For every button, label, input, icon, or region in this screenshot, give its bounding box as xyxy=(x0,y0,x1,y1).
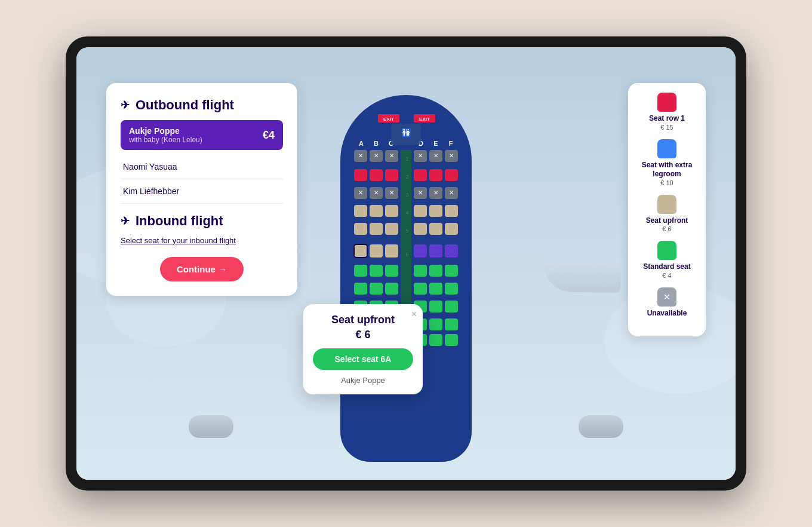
svg-text:✕: ✕ xyxy=(418,152,423,159)
legend-label-standard: Standard seat xyxy=(643,262,690,272)
svg-rect-87 xyxy=(445,318,458,330)
svg-rect-32 xyxy=(429,169,442,181)
passenger-row-3[interactable]: Kim Liefhebber xyxy=(121,179,283,204)
legend-unavailable: ✕ Unavailable xyxy=(635,287,699,318)
svg-rect-31 xyxy=(414,169,427,181)
svg-rect-60 xyxy=(385,244,398,258)
svg-rect-58 xyxy=(354,244,367,258)
inbound-flight-link[interactable]: Select seat for your inbound flight xyxy=(121,236,283,245)
svg-text:✕: ✕ xyxy=(449,189,454,196)
tablet-frame: EXIT EXIT A B C D E F 1 2 3 4 5 6 ✕ ✕ ✕ xyxy=(66,36,746,491)
select-seat-button[interactable]: Select seat 6A xyxy=(313,348,413,370)
passenger-price-1: €4 xyxy=(263,129,275,142)
svg-rect-56 xyxy=(429,223,442,235)
svg-rect-29 xyxy=(370,169,383,181)
engine-right xyxy=(579,415,623,438)
legend-label-upfront: Seat upfront xyxy=(646,216,688,226)
svg-rect-51 xyxy=(445,205,458,217)
legend-icon-standard xyxy=(657,241,676,260)
svg-rect-68 xyxy=(429,265,442,277)
svg-rect-46 xyxy=(354,205,367,217)
legend-price-standard: € 4 xyxy=(662,272,671,279)
svg-rect-63 xyxy=(445,244,458,258)
svg-text:✕: ✕ xyxy=(358,189,363,196)
svg-rect-64 xyxy=(354,265,367,277)
legend-legroom: Seat with extra legroom € 10 xyxy=(635,139,699,186)
svg-rect-59 xyxy=(370,244,383,258)
svg-rect-93 xyxy=(429,334,442,346)
svg-rect-69 xyxy=(445,265,458,277)
left-panel: ✈ Outbound flight Aukje Poppe with baby … xyxy=(106,83,297,296)
legend-price-row1: € 15 xyxy=(660,124,673,131)
inbound-section: ✈ Inbound flight Select seat for your in… xyxy=(121,213,283,245)
right-legend-panel: Seat row 1 € 15 Seat with extra legroom … xyxy=(628,83,706,336)
tablet-screen: EXIT EXIT A B C D E F 1 2 3 4 5 6 ✕ ✕ ✕ xyxy=(76,47,736,480)
svg-rect-94 xyxy=(445,334,458,346)
legend-icon-upfront xyxy=(657,195,676,214)
svg-text:A: A xyxy=(359,140,364,147)
svg-text:✕: ✕ xyxy=(389,189,394,196)
legend-price-legroom: € 10 xyxy=(660,179,673,186)
continue-button[interactable]: Continue → xyxy=(160,257,244,281)
svg-text:✕: ✕ xyxy=(449,152,454,159)
svg-rect-55 xyxy=(414,223,427,235)
engine-left xyxy=(189,415,233,438)
svg-rect-47 xyxy=(370,205,383,217)
svg-rect-75 xyxy=(445,283,458,295)
passenger-row-highlighted[interactable]: Aukje Poppe with baby (Koen Leleu) €4 xyxy=(121,120,283,150)
svg-rect-74 xyxy=(429,283,442,295)
seat-popup: × Seat upfront € 6 Select seat 6A Aukje … xyxy=(303,304,423,394)
svg-rect-57 xyxy=(445,223,458,235)
popup-passenger-name: Aukje Poppe xyxy=(313,376,413,385)
passenger-row-2[interactable]: Naomi Yasuaa xyxy=(121,155,283,179)
svg-rect-72 xyxy=(385,283,398,295)
svg-rect-86 xyxy=(429,318,442,330)
legend-icon-row1 xyxy=(657,93,676,112)
popup-seat-price: € 6 xyxy=(313,329,413,341)
svg-rect-28 xyxy=(354,169,367,181)
svg-rect-67 xyxy=(414,265,427,277)
popup-close-button[interactable]: × xyxy=(411,309,417,320)
svg-text:F: F xyxy=(449,140,453,147)
svg-rect-30 xyxy=(385,169,398,181)
svg-text:✕: ✕ xyxy=(374,189,379,196)
plane-icon-2: ✈ xyxy=(121,215,130,228)
svg-rect-53 xyxy=(370,223,383,235)
svg-rect-65 xyxy=(370,265,383,277)
inbound-title: ✈ Inbound flight xyxy=(121,213,283,229)
passenger-sub-1: with baby (Koen Leleu) xyxy=(129,136,202,144)
svg-text:✕: ✕ xyxy=(358,152,363,159)
svg-text:EXIT: EXIT xyxy=(419,117,430,122)
svg-text:✕: ✕ xyxy=(433,189,438,196)
legend-icon-unavailable: ✕ xyxy=(657,287,676,307)
svg-rect-70 xyxy=(354,283,367,295)
seat-map-svg: EXIT EXIT A B C D E F 1 2 3 4 5 6 ✕ ✕ ✕ xyxy=(343,113,469,480)
svg-text:E: E xyxy=(433,140,438,147)
legend-label-unavailable: Unavailable xyxy=(647,309,687,318)
svg-text:✕: ✕ xyxy=(389,152,394,159)
svg-text:EXIT: EXIT xyxy=(383,117,394,122)
svg-rect-61 xyxy=(414,244,427,258)
svg-rect-80 xyxy=(429,301,442,312)
svg-rect-48 xyxy=(385,205,398,217)
legend-standard: Standard seat € 4 xyxy=(635,241,699,279)
popup-seat-title: Seat upfront xyxy=(313,314,413,326)
svg-rect-49 xyxy=(414,205,427,217)
svg-rect-33 xyxy=(445,169,458,181)
legend-label-row1: Seat row 1 xyxy=(649,114,685,124)
plane-icon: ✈ xyxy=(121,99,130,112)
svg-rect-50 xyxy=(429,205,442,217)
svg-text:🚻: 🚻 xyxy=(401,128,412,138)
svg-text:B: B xyxy=(374,140,379,147)
legend-label-legroom: Seat with extra legroom xyxy=(635,161,699,179)
legend-row1: Seat row 1 € 15 xyxy=(635,93,699,131)
svg-text:✕: ✕ xyxy=(418,189,423,196)
svg-text:✕: ✕ xyxy=(374,152,379,159)
svg-rect-52 xyxy=(354,223,367,235)
svg-rect-62 xyxy=(429,244,442,258)
passenger-name-3: Kim Liefhebber xyxy=(123,186,179,196)
legend-upfront: Seat upfront € 6 xyxy=(635,195,699,233)
outbound-title: ✈ Outbound flight xyxy=(121,97,283,113)
svg-text:✕: ✕ xyxy=(433,152,438,159)
svg-rect-54 xyxy=(385,223,398,235)
